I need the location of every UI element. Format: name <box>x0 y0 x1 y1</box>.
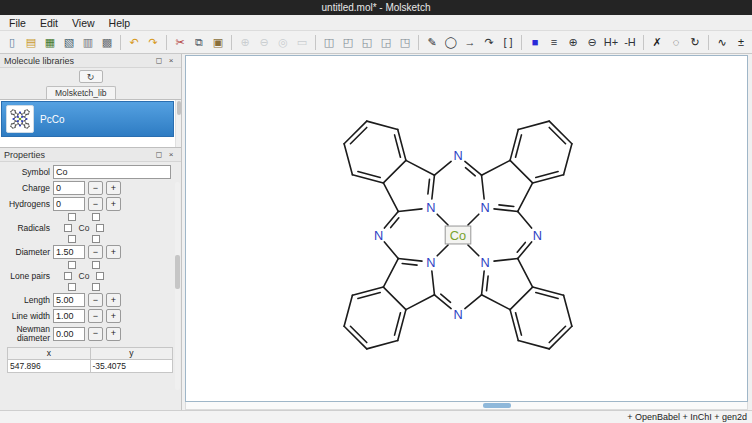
lone-pair-checkbox[interactable] <box>68 283 76 291</box>
dock-float-icon[interactable]: ◻ <box>153 56 165 65</box>
redo-button[interactable]: ↷ <box>144 33 162 51</box>
new-document-button[interactable]: ▯ <box>3 33 21 51</box>
toolbar-separator <box>708 35 709 50</box>
newman-increase-button[interactable]: + <box>106 327 121 341</box>
dock-close-icon[interactable]: × <box>165 150 177 159</box>
lasso-tool-button[interactable]: ◌ <box>667 33 685 51</box>
draw-tool-button[interactable]: ✎ <box>423 33 441 51</box>
properties-scrollbar-handle[interactable] <box>175 255 180 289</box>
cut-button[interactable]: ✂ <box>171 33 189 51</box>
open-document-button[interactable]: ▤ <box>22 33 40 51</box>
tab-molsketch-lib[interactable]: Molsketch_lib <box>46 86 116 99</box>
title-bar: untitled.mol* - Molsketch <box>0 0 752 15</box>
coordinate-y-value[interactable]: -35.4075 <box>90 359 173 372</box>
copy-button[interactable]: ⧉ <box>190 33 208 51</box>
menu-file[interactable]: File <box>2 16 33 30</box>
diameter-field[interactable] <box>53 245 85 259</box>
radical-checkbox[interactable] <box>96 224 104 232</box>
lone-pairs-label: Lone pairs <box>2 272 50 281</box>
add-bracket-item-button[interactable]: ◳ <box>396 33 414 51</box>
newman-diameter-field[interactable] <box>53 327 85 341</box>
coordinate-y-header: y <box>90 347 173 359</box>
hydrogens-label: Hydrogens <box>2 200 50 209</box>
line-width-tool-button[interactable]: ≡ <box>545 33 563 51</box>
symbol-field[interactable] <box>53 165 171 179</box>
menu-help[interactable]: Help <box>102 16 138 30</box>
dock-panel: Molecule libraries ◻ × ↻ Molsketch_lib P… <box>0 54 182 410</box>
line-width-label: Line width <box>2 312 50 321</box>
ring-tool-button[interactable]: ◯ <box>442 33 460 51</box>
radical-checkbox[interactable] <box>92 235 100 243</box>
dock-float-icon[interactable]: ◻ <box>153 150 165 159</box>
add-molecule-button[interactable]: ◫ <box>320 33 338 51</box>
drawing-canvas[interactable]: CoNNNNNNNN <box>185 55 748 402</box>
bracket-tool-button[interactable]: [ ] <box>499 33 517 51</box>
canvas-horizontal-scrollbar[interactable] <box>185 402 748 410</box>
hydrogens-field[interactable] <box>53 197 85 211</box>
export-image-button[interactable]: ▩ <box>98 33 116 51</box>
reaction-arrow-tool-button[interactable]: → <box>461 33 479 51</box>
radical-checkbox[interactable] <box>68 213 76 221</box>
lone-pair-checkbox[interactable] <box>92 283 100 291</box>
newman-decrease-button[interactable]: − <box>88 327 103 341</box>
symbol-label: Symbol <box>2 168 50 177</box>
length-decrease-button[interactable]: − <box>88 293 103 307</box>
coordinate-x-value[interactable]: 547.896 <box>8 359 91 372</box>
diameter-decrease-button[interactable]: − <box>88 245 103 259</box>
toolbar-separator <box>521 35 522 50</box>
radical-checkbox[interactable] <box>68 235 76 243</box>
add-frame-button[interactable]: ◰ <box>339 33 357 51</box>
library-refresh-button[interactable]: ↻ <box>79 70 103 83</box>
line-width-field[interactable] <box>53 309 85 323</box>
charge-decrease-button[interactable]: − <box>88 181 103 195</box>
line-width-increase-button[interactable]: + <box>106 309 121 323</box>
charge-tool-button[interactable]: ± <box>732 33 750 51</box>
rotate-tool-button[interactable]: ↻ <box>686 33 704 51</box>
zoom-in-button: ⊕ <box>236 33 254 51</box>
lone-pair-checkbox[interactable] <box>68 261 76 269</box>
diameter-row: Diameter − + <box>2 245 173 259</box>
library-scrollbar[interactable] <box>175 100 181 147</box>
paste-button[interactable]: ▣ <box>209 33 227 51</box>
save-as-button[interactable]: ▧ <box>60 33 78 51</box>
hydrogen-add-button[interactable]: H+ <box>602 33 620 51</box>
length-field[interactable] <box>53 293 85 307</box>
lone-pair-checkbox[interactable] <box>64 272 72 280</box>
length-increase-button[interactable]: + <box>106 293 121 307</box>
print-button[interactable]: ▥ <box>79 33 97 51</box>
charge-field[interactable] <box>53 181 85 195</box>
add-arrow-item-button[interactable]: ◲ <box>377 33 395 51</box>
undo-button[interactable]: ↶ <box>125 33 143 51</box>
molecule-thumbnail <box>6 105 34 133</box>
radical-checkbox[interactable] <box>64 224 72 232</box>
color-swatch-button[interactable]: ■ <box>526 33 544 51</box>
hydrogens-decrease-button[interactable]: − <box>88 197 103 211</box>
charge-decrease-button[interactable]: ⊖ <box>583 33 601 51</box>
canvas-scrollbar-handle[interactable] <box>483 403 511 408</box>
delete-tool-button[interactable]: ✗ <box>648 33 666 51</box>
charge-increase-button[interactable]: ⊕ <box>564 33 582 51</box>
molecule-structure[interactable]: CoNNNNNNNN <box>307 84 609 386</box>
save-document-button[interactable]: ▦ <box>41 33 59 51</box>
lone-pair-checkbox[interactable] <box>92 261 100 269</box>
mechanism-arrow-tool-button[interactable]: ↷ <box>480 33 498 51</box>
lone-pair-checkbox[interactable] <box>96 272 104 280</box>
menu-edit[interactable]: Edit <box>33 16 65 30</box>
hydrogen-remove-button[interactable]: -H <box>621 33 639 51</box>
properties-scrollbar[interactable] <box>175 182 180 390</box>
menu-bar: File Edit View Help <box>0 15 752 31</box>
chain-tool-button[interactable]: ∿ <box>713 33 731 51</box>
library-scrollbar-handle[interactable] <box>177 101 181 115</box>
radical-checkbox[interactable] <box>92 213 100 221</box>
diameter-increase-button[interactable]: + <box>106 245 121 259</box>
hydrogens-increase-button[interactable]: + <box>106 197 121 211</box>
charge-increase-button[interactable]: + <box>106 181 121 195</box>
library-item-pcco[interactable]: PcCo <box>1 101 174 137</box>
add-text-button[interactable]: ◱ <box>358 33 376 51</box>
dock-close-icon[interactable]: × <box>165 56 177 65</box>
coordinate-x-header: x <box>8 347 91 359</box>
menu-view[interactable]: View <box>65 16 102 30</box>
main-area: Molecule libraries ◻ × ↻ Molsketch_lib P… <box>0 54 752 410</box>
canvas-area: CoNNNNNNNN <box>182 54 752 410</box>
line-width-decrease-button[interactable]: − <box>88 309 103 323</box>
